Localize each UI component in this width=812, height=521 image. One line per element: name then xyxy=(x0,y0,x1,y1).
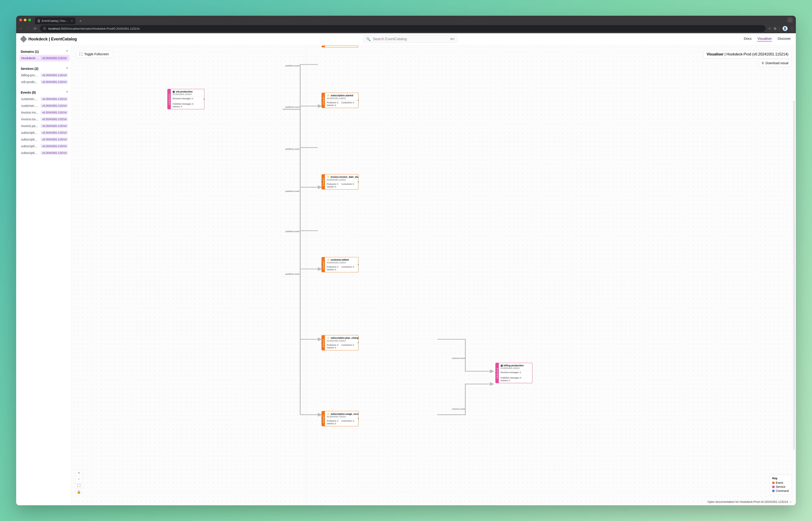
search-icon: 🔍 xyxy=(366,37,371,41)
edge-label: publishes event xyxy=(285,65,300,67)
fit-view-button[interactable]: ⛶ xyxy=(76,482,82,489)
window-controls xyxy=(19,19,31,21)
legend: Key Event Service Command xyxy=(769,475,792,495)
profile-avatar[interactable]: 👤 xyxy=(783,26,788,31)
canvas-title: Visualiser | Hookdeck-Prod (v0.20241001.… xyxy=(703,50,792,59)
close-window-icon[interactable] xyxy=(19,19,22,21)
sidebar-group-services[interactable]: Services (2) ⌃ xyxy=(19,66,70,72)
favicon-icon xyxy=(38,19,40,22)
close-tab-icon[interactable]: × xyxy=(71,19,73,23)
graph-edges xyxy=(72,45,796,505)
site-info-icon[interactable]: ⓘ xyxy=(43,26,46,30)
chevron-up-icon: ⌃ xyxy=(66,67,68,70)
minimize-window-icon[interactable] xyxy=(24,19,26,21)
node-event-subscription-plan-changed[interactable]: EVENT ⚡subscription.plan_changed v0.2024… xyxy=(321,335,359,350)
sidebar-domain-hookdeck-prod[interactable]: Hookdeck-Prod v0.20241001.115214 xyxy=(19,55,70,62)
bolt-icon: ⚡ xyxy=(327,176,330,178)
browser-tab[interactable]: EventCatalog | Visualiser | Ho… × xyxy=(35,18,75,24)
tabs-overflow-button[interactable]: ⌄ xyxy=(787,17,793,23)
zoom-controls: ＋ － ⛶ 🔒 xyxy=(75,469,82,495)
nav-discover[interactable]: Discover xyxy=(778,37,791,42)
node-service-billing-production[interactable]: SERVICE ▥billing-production v0.20241001.… xyxy=(495,363,532,383)
divider xyxy=(306,45,306,505)
browser-window: EventCatalog | Visualiser | Ho… × ＋ ⌄ ← … xyxy=(16,16,796,505)
edge-label: publishes event xyxy=(285,106,300,108)
url-field[interactable]: ⓘ localhost:3000/visualiser/domains/Hook… xyxy=(40,25,765,32)
edge-label: publishes event xyxy=(285,190,300,192)
sidebar-event[interactable]: invoice.inv...v0.20241001.115214 xyxy=(19,109,70,116)
edge-label: publishes event xyxy=(285,230,300,232)
zoom-in-button[interactable]: ＋ xyxy=(76,470,82,476)
service-badge: SERVICE xyxy=(168,89,171,109)
node-event-subscription-started[interactable]: EVENT ⚡subscription.started v0.20241001.… xyxy=(321,93,359,108)
lock-button[interactable]: 🔒 xyxy=(76,489,82,495)
node-service-orb-production[interactable]: SERVICE ▥orb-production v0.20241001.1152… xyxy=(167,89,205,109)
new-tab-button[interactable]: ＋ xyxy=(78,18,82,23)
search-placeholder: Search EventCatalog xyxy=(373,37,407,41)
toggle-fullscreen-button[interactable]: ⛶ Toggle Fullscreen xyxy=(76,50,112,58)
brand-title: Hookdeck | EventCatalog xyxy=(28,37,77,42)
svg-marker-6 xyxy=(490,382,494,386)
sidebar-service-billing[interactable]: billing-production v0.20241001.115214 xyxy=(19,72,70,78)
sidebar: Domains (1) ⌃ Hookdeck-Prod v0.20241001.… xyxy=(16,45,72,505)
top-nav: Docs Visualiser Discover xyxy=(744,37,791,42)
node-event-subscription-usage-exceeded[interactable]: EVENT ⚡subscription.usage_exceeded v0.20… xyxy=(321,411,359,426)
address-bar: ← → ⟳ ⓘ localhost:3000/visualiser/domain… xyxy=(16,24,796,33)
app-body: Domains (1) ⌃ Hookdeck-Prod v0.20241001.… xyxy=(16,45,796,505)
sidebar-event[interactable]: customer....v0.20241001.115214 xyxy=(19,103,70,109)
node-event-invoice-date-elapsed[interactable]: EVENT ⚡invoice.invoice_date_elapsed v0.2… xyxy=(321,174,359,189)
version-badge: v0.20241001.115214 xyxy=(41,56,68,60)
edge-label: receives event xyxy=(452,408,465,410)
brand-logo-icon xyxy=(20,36,27,43)
bolt-icon: ⚡ xyxy=(327,337,330,339)
nav-visualiser[interactable]: Visualiser xyxy=(757,37,772,42)
sidebar-group-events[interactable]: Events (9) ⌃ xyxy=(19,89,70,96)
extensions-icon[interactable]: ⧉ xyxy=(774,26,776,30)
sidebar-event[interactable]: subscripti...v0.20241001.115214 xyxy=(19,143,70,150)
database-icon: ▥ xyxy=(501,364,503,367)
edge-label: publishes event xyxy=(285,148,300,150)
nav-docs[interactable]: Docs xyxy=(744,37,751,42)
bolt-icon: ⚡ xyxy=(327,94,330,97)
bolt-icon: ⚡ xyxy=(327,258,330,261)
sidebar-event[interactable]: invoice.pa...v0.20241001.115214 xyxy=(19,122,70,129)
scrollbar[interactable] xyxy=(793,100,795,450)
sidebar-group-domains[interactable]: Domains (1) ⌃ xyxy=(19,48,70,55)
chevron-up-icon: ⌃ xyxy=(66,50,68,53)
reload-button[interactable]: ⟳ xyxy=(33,26,37,31)
edge-label: receives event xyxy=(452,357,465,359)
edge-label: publishes event xyxy=(285,273,300,275)
zoom-out-button[interactable]: － xyxy=(76,476,82,482)
sidebar-event[interactable]: subscripti...v0.20241001.115214 xyxy=(19,136,70,143)
sidebar-event[interactable]: subscripti...v0.20241001.115214 xyxy=(19,150,70,156)
titlebar: EventCatalog | Visualiser | Ho… × ＋ ⌄ xyxy=(16,16,796,24)
node-event-customer-edited[interactable]: EVENT ⚡customer.edited v0.20241001.11521… xyxy=(321,257,359,272)
browser-menu-icon[interactable]: ⋮ xyxy=(790,26,794,30)
canvas[interactable]: ⛶ Toggle Fullscreen Visualiser | Hookdec… xyxy=(72,45,796,505)
sidebar-service-orb[interactable]: orb-production v0.20241001.115214 xyxy=(19,78,70,85)
sidebar-event[interactable]: subscripti...v0.20241001.115214 xyxy=(19,129,70,136)
chevron-up-icon: ⌃ xyxy=(66,91,68,94)
forward-button[interactable]: → xyxy=(26,26,30,30)
maximize-window-icon[interactable] xyxy=(28,19,31,21)
url-host: localhost xyxy=(48,27,60,30)
node-event-partial[interactable] xyxy=(321,46,359,47)
search-shortcut: ⌘K xyxy=(450,38,455,41)
search-input[interactable]: 🔍 Search EventCatalog ⌘K xyxy=(363,35,457,43)
bookmark-icon[interactable]: ☆ xyxy=(768,26,771,30)
app-topbar: Hookdeck | EventCatalog 🔍 Search EventCa… xyxy=(16,33,796,45)
sidebar-event[interactable]: invoice.iss...v0.20241001.115214 xyxy=(19,116,70,122)
database-icon: ▥ xyxy=(172,90,175,93)
download-icon: ⎘ xyxy=(762,61,764,65)
brand[interactable]: Hookdeck | EventCatalog xyxy=(21,37,77,42)
bolt-icon: ⚡ xyxy=(327,412,330,415)
app: Hookdeck | EventCatalog 🔍 Search EventCa… xyxy=(16,33,796,505)
open-documentation-link[interactable]: Open documentation for Hookdeck-Prod v0.… xyxy=(708,500,792,503)
back-button[interactable]: ← xyxy=(18,26,23,30)
download-visual-button[interactable]: ⎘ Download visual xyxy=(759,59,792,67)
fullscreen-icon: ⛶ xyxy=(79,52,82,56)
tab-title: EventCatalog | Visualiser | Ho… xyxy=(42,19,69,22)
event-badge: EVENT xyxy=(322,93,325,108)
svg-marker-5 xyxy=(490,369,494,373)
sidebar-event[interactable]: customer....v0.20241001.115214 xyxy=(19,96,70,103)
